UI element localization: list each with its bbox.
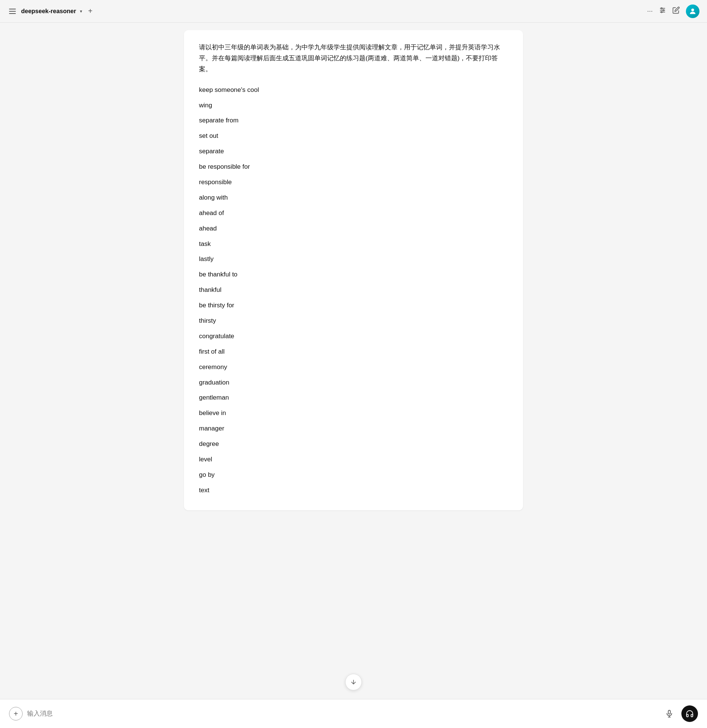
list-item: believe in (199, 406, 508, 421)
avatar[interactable] (686, 5, 699, 18)
chat-message: 请以初中三年级的单词表为基础，为中学九年级学生提供阅读理解文章，用于记忆单词，并… (184, 30, 523, 510)
list-item: ceremony (199, 360, 508, 375)
list-item: thankful (199, 282, 508, 298)
svg-point-6 (691, 8, 694, 11)
list-item: along with (199, 190, 508, 206)
list-item: text (199, 483, 508, 498)
svg-rect-8 (668, 710, 670, 714)
word-list: keep someone's coolwingseparate fromset … (199, 82, 508, 498)
list-item: be responsible for (199, 159, 508, 175)
list-item: responsible (199, 175, 508, 190)
header-right: ··· (647, 5, 699, 18)
app-title: deepseek-reasoner (21, 8, 76, 15)
svg-point-3 (661, 8, 662, 9)
list-item: congratulate (199, 329, 508, 344)
list-item: keep someone's cool (199, 82, 508, 98)
list-item: ahead of (199, 206, 508, 221)
list-item: ahead (199, 221, 508, 237)
header: deepseek-reasoner ▾ + ··· (0, 0, 707, 23)
main-content: 请以初中三年级的单词表为基础，为中学九年级学生提供阅读理解文章，用于记忆单词，并… (0, 23, 707, 728)
scroll-down-button[interactable] (345, 674, 362, 690)
more-options-icon[interactable]: ··· (647, 7, 653, 15)
list-item: lastly (199, 252, 508, 267)
list-item: thirsty (199, 313, 508, 329)
message-input[interactable] (27, 710, 657, 717)
list-item: degree (199, 436, 508, 452)
list-item: go by (199, 467, 508, 483)
list-item: task (199, 237, 508, 252)
list-item: level (199, 452, 508, 467)
header-left: deepseek-reasoner ▾ + (8, 5, 643, 17)
svg-point-5 (661, 11, 662, 12)
list-item: first of all (199, 344, 508, 360)
list-item: be thankful to (199, 267, 508, 282)
chevron-down-icon[interactable]: ▾ (80, 9, 82, 14)
menu-icon[interactable] (8, 7, 17, 15)
list-item: wing (199, 98, 508, 113)
list-item: separate from (199, 113, 508, 128)
microphone-button[interactable] (662, 706, 677, 721)
list-item: set out (199, 128, 508, 144)
edit-icon[interactable] (672, 6, 680, 16)
add-button[interactable]: + (9, 707, 23, 720)
list-item: gentleman (199, 390, 508, 406)
list-item: be thirsty for (199, 298, 508, 313)
list-item: graduation (199, 375, 508, 391)
list-item: separate (199, 144, 508, 159)
new-chat-icon[interactable]: + (86, 5, 95, 17)
headphone-button[interactable] (681, 705, 698, 722)
prompt-text: 请以初中三年级的单词表为基础，为中学九年级学生提供阅读理解文章，用于记忆单词，并… (199, 42, 508, 75)
list-item: manager (199, 421, 508, 436)
input-bar: + (0, 699, 707, 728)
settings-icon[interactable] (659, 6, 666, 16)
svg-point-4 (663, 9, 664, 11)
